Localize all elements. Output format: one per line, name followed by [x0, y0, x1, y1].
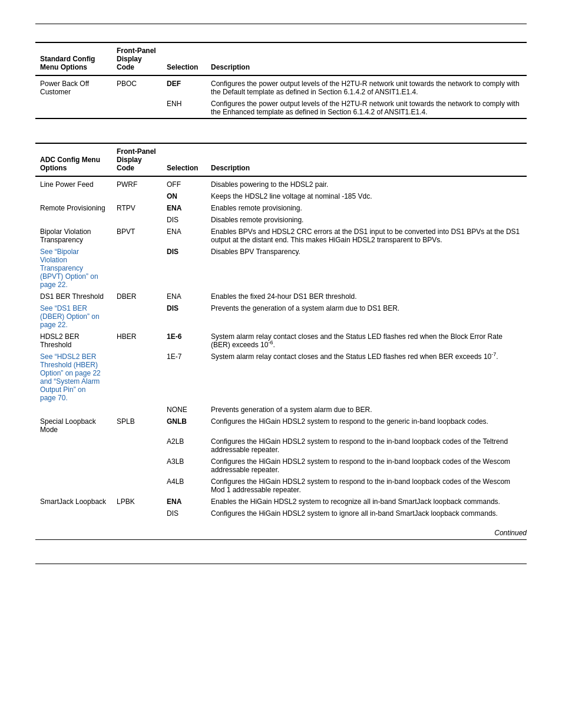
desc-cell: Configures the HiGain HDSL2 system to re…: [206, 416, 527, 436]
th-adc-menu: ADC Config MenuOptions: [35, 143, 112, 176]
table-row: Special LoopbackMode SPLB GNLB Configure…: [35, 416, 527, 436]
menu-cell: Special LoopbackMode: [35, 416, 112, 436]
code-cell: [112, 98, 162, 118]
code-cell: [112, 508, 162, 519]
menu-cell: DS1 BER Threshold: [35, 291, 112, 302]
sel-cell: A2LB: [162, 436, 206, 456]
table-row: Power Back OffCustomer PBOC DEF Configur…: [35, 75, 527, 98]
code-cell: DBER: [112, 291, 162, 302]
code-cell: SPLB: [112, 416, 162, 436]
table-row: DIS Configures the HiGain HDSL2 system t…: [35, 508, 527, 519]
desc-cell: Configures the HiGain HDSL2 system to re…: [206, 436, 527, 456]
sel-cell: ON: [162, 190, 206, 202]
desc-cell: Disables BPV Transparency.: [206, 246, 527, 291]
menu-cell: Line Power Feed: [35, 176, 112, 190]
desc-cell: Configures the HiGain HDSL2 system to re…: [206, 456, 527, 476]
sel-cell: A4LB: [162, 476, 206, 496]
table-row: DS1 BER Threshold DBER ENA Enables the f…: [35, 291, 527, 302]
th-adc-sel: Selection: [162, 143, 206, 176]
table-row: HDSL2 BERThreshold HBER 1E-6 System alar…: [35, 331, 527, 351]
code-cell: [112, 302, 162, 331]
desc-cell: Disables remote provisioning.: [206, 214, 527, 226]
standard-config-table: Standard ConfigMenu Options Front-PanelD…: [35, 42, 527, 119]
continued-label: Continued: [35, 525, 527, 540]
menu-cell: [35, 456, 112, 476]
hber-link[interactable]: See “HDSL2 BERThreshold (HBER)Option” on…: [40, 353, 101, 402]
menu-cell: Power Back OffCustomer: [35, 75, 112, 98]
sel-cell: DEF: [162, 75, 206, 98]
desc-cell: System alarm relay contact closes and th…: [206, 351, 527, 404]
table-row: A3LB Configures the HiGain HDSL2 system …: [35, 456, 527, 476]
desc-cell: Configures the power output levels of th…: [206, 98, 527, 118]
desc-cell: Prevents generation of a system alarm du…: [206, 404, 527, 416]
table-row: Bipolar ViolationTransparency BPVT ENA E…: [35, 226, 527, 246]
sel-cell: ENA: [162, 291, 206, 302]
menu-cell: HDSL2 BERThreshold: [35, 331, 112, 351]
code-cell: HBER: [112, 331, 162, 351]
desc-cell: Enables the fixed 24-hour DS1 BER thresh…: [206, 291, 527, 302]
desc-cell: System alarm relay contact closes and th…: [206, 331, 527, 351]
th-standard-code: Front-PanelDisplayCode: [112, 42, 162, 75]
menu-cell: See “HDSL2 BERThreshold (HBER)Option” on…: [35, 351, 112, 404]
code-cell: LPBK: [112, 496, 162, 508]
sel-cell: DIS: [162, 302, 206, 331]
sel-cell: ENA: [162, 226, 206, 246]
menu-cell: [35, 508, 112, 519]
bpvt-link[interactable]: See “BipolarViolationTransparency(BPVT) …: [40, 248, 98, 289]
menu-cell: [35, 98, 112, 118]
menu-cell: [35, 476, 112, 496]
code-cell: BPVT: [112, 226, 162, 246]
menu-cell: See “DS1 BER(DBER) Option” onpage 22.: [35, 302, 112, 331]
menu-cell: SmartJack Loopback: [35, 496, 112, 508]
desc-cell: Disables powering to the HDSL2 pair.: [206, 176, 527, 190]
top-rule: [35, 24, 527, 24]
th-standard-sel: Selection: [162, 42, 206, 75]
menu-cell: Bipolar ViolationTransparency: [35, 226, 112, 246]
sel-cell: 1E-6: [162, 331, 206, 351]
table-row: See “DS1 BER(DBER) Option” onpage 22. DI…: [35, 302, 527, 331]
standard-config-section: Standard ConfigMenu Options Front-PanelD…: [35, 42, 527, 119]
sel-cell: ENA: [162, 202, 206, 214]
adc-config-table: ADC Config MenuOptions Front-PanelDispla…: [35, 143, 527, 519]
th-standard-desc: Description: [206, 42, 527, 75]
desc-cell: Enables the HiGain HDSL2 system to recog…: [206, 496, 527, 508]
table-row: Remote Provisioning RTPV ENA Enables rem…: [35, 202, 527, 214]
table-row: DIS Disables remote provisioning.: [35, 214, 527, 226]
table-row: ENH Configures the power output levels o…: [35, 98, 527, 118]
code-cell: [112, 351, 162, 404]
sel-cell: A3LB: [162, 456, 206, 476]
menu-cell: [35, 404, 112, 416]
desc-cell: Prevents the generation of a system alar…: [206, 302, 527, 331]
menu-cell: Remote Provisioning: [35, 202, 112, 214]
sel-cell: OFF: [162, 176, 206, 190]
sel-cell: DIS: [162, 214, 206, 226]
sel-cell: GNLB: [162, 416, 206, 436]
table-row: SmartJack Loopback LPBK ENA Enables the …: [35, 496, 527, 508]
code-cell: [112, 456, 162, 476]
th-standard-menu: Standard ConfigMenu Options: [35, 42, 112, 75]
bottom-rule: [35, 564, 527, 564]
desc-cell: Enables BPVs and HDSL2 CRC errors at the…: [206, 226, 527, 246]
sel-cell: ENA: [162, 496, 206, 508]
sel-cell: DIS: [162, 246, 206, 291]
code-cell: PWRF: [112, 176, 162, 190]
menu-cell: See “BipolarViolationTransparency(BPVT) …: [35, 246, 112, 291]
code-cell: [112, 246, 162, 291]
sel-cell: 1E-7: [162, 351, 206, 404]
sel-cell: DIS: [162, 508, 206, 519]
sel-cell: ENH: [162, 98, 206, 118]
desc-cell: Enables remote provisioning.: [206, 202, 527, 214]
dber-link[interactable]: See “DS1 BER(DBER) Option” onpage 22.: [40, 304, 100, 329]
menu-cell: [35, 436, 112, 456]
desc-cell: Keeps the HDSL2 line voltage at nominal …: [206, 190, 527, 202]
table-row: ON Keeps the HDSL2 line voltage at nomin…: [35, 190, 527, 202]
table-row: NONE Prevents generation of a system ala…: [35, 404, 527, 416]
code-cell: PBOC: [112, 75, 162, 98]
table-row: See “BipolarViolationTransparency(BPVT) …: [35, 246, 527, 291]
menu-cell: [35, 214, 112, 226]
code-cell: [112, 214, 162, 226]
code-cell: [112, 476, 162, 496]
desc-cell: Configures the power output levels of th…: [206, 75, 527, 98]
menu-cell: [35, 190, 112, 202]
code-cell: [112, 404, 162, 416]
